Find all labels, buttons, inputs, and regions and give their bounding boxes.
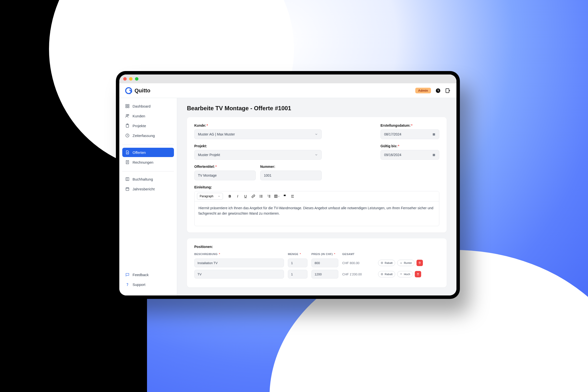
link-icon bbox=[251, 194, 255, 198]
svg-point-18 bbox=[260, 197, 260, 197]
sidebar-item-dashboard[interactable]: Dashboard bbox=[122, 102, 174, 111]
chevron-down-icon bbox=[314, 132, 318, 136]
table-icon bbox=[274, 194, 278, 198]
window-maximize-dot[interactable] bbox=[135, 77, 138, 80]
calendar-icon bbox=[432, 132, 436, 136]
svg-rect-14 bbox=[433, 133, 435, 136]
sidebar-item-buchhaltung[interactable]: Buchhaltung bbox=[122, 174, 174, 184]
gesamt-value: CHF 1'200.00 bbox=[342, 272, 374, 276]
sidebar-item-label: Buchhaltung bbox=[132, 177, 153, 181]
projekt-select[interactable]: Muster Projekt bbox=[194, 150, 322, 160]
main-content: Bearbeite TV Montage - Offerte #1001 Kun… bbox=[177, 98, 456, 296]
sidebar-item-label: Feedback bbox=[132, 273, 149, 277]
delete-button[interactable] bbox=[415, 271, 421, 277]
sidebar-item-projekte[interactable]: Projekte bbox=[122, 121, 174, 130]
menge-input[interactable]: 1 bbox=[288, 258, 308, 267]
svg-rect-12 bbox=[126, 188, 129, 190]
svg-point-17 bbox=[260, 196, 260, 196]
tablet-frame: Quitto Admin Dashboard Kunden bbox=[116, 71, 460, 299]
trash-icon bbox=[416, 273, 420, 276]
form-card: Kunde:* Muster AG | Max Muster Projekt: … bbox=[187, 117, 447, 232]
field-nummer: Nummer: 1001 bbox=[260, 165, 322, 180]
rich-text-editor: Paragraph B I U 12 ❝ bbox=[194, 191, 439, 226]
document-edit-icon bbox=[125, 150, 130, 154]
block-type-select[interactable]: Paragraph bbox=[197, 193, 223, 200]
underline-button[interactable]: U bbox=[242, 193, 249, 200]
position-row: Installation TV 1 800 CHF 800.00 Rabatt … bbox=[194, 258, 439, 267]
plus-circle-icon bbox=[381, 262, 383, 264]
move-button[interactable]: Runter bbox=[397, 260, 414, 266]
field-projekt: Projekt: Muster Projekt bbox=[194, 144, 322, 160]
gesamt-value: CHF 800.00 bbox=[342, 261, 374, 265]
position-row: TV 1 1200 CHF 1'200.00 Rabatt Hoch bbox=[194, 270, 439, 278]
erstellungsdatum-input[interactable]: 08/17/2024 bbox=[380, 129, 439, 139]
plus-circle-icon bbox=[381, 273, 383, 276]
bold-button[interactable]: B bbox=[226, 193, 233, 200]
arrow-up-icon bbox=[400, 273, 402, 276]
svg-rect-3 bbox=[128, 104, 129, 106]
preis-input[interactable]: 1200 bbox=[312, 270, 338, 278]
menge-input[interactable]: 1 bbox=[288, 270, 308, 278]
editor-toolbar: Paragraph B I U 12 ❝ bbox=[194, 191, 439, 202]
preis-input[interactable]: 800 bbox=[312, 258, 338, 267]
chat-icon bbox=[125, 272, 130, 277]
link-button[interactable] bbox=[250, 193, 257, 200]
numbered-list-button[interactable]: 12 bbox=[266, 193, 272, 200]
move-button[interactable]: Hoch bbox=[397, 271, 413, 277]
beschreibung-input[interactable]: Installation TV bbox=[194, 258, 284, 267]
sidebar-item-label: Projekte bbox=[132, 124, 146, 128]
sidebar-item-feedback[interactable]: Feedback bbox=[122, 270, 174, 279]
svg-point-13 bbox=[127, 286, 128, 286]
bullet-list-icon bbox=[259, 194, 263, 198]
beschreibung-input[interactable]: TV bbox=[194, 270, 284, 278]
svg-rect-5 bbox=[128, 106, 129, 108]
window-minimize-dot[interactable] bbox=[129, 77, 132, 80]
table-button[interactable] bbox=[274, 193, 280, 200]
svg-rect-15 bbox=[433, 154, 435, 156]
clock-icon[interactable] bbox=[435, 88, 441, 93]
divider-icon bbox=[290, 194, 294, 198]
logout-icon[interactable] bbox=[445, 88, 450, 93]
sidebar-item-label: Zeiterfassung bbox=[132, 134, 155, 138]
sidebar-divider bbox=[122, 144, 174, 145]
rabatt-button[interactable]: Rabatt bbox=[378, 260, 395, 266]
brand-name: Quitto bbox=[134, 88, 150, 94]
window-chrome bbox=[119, 74, 456, 83]
trash-icon bbox=[418, 262, 421, 264]
brand[interactable]: Quitto bbox=[125, 87, 150, 94]
window-close-dot[interactable] bbox=[123, 77, 127, 80]
sidebar-item-jahresbericht[interactable]: Jahresbericht bbox=[122, 184, 174, 194]
sidebar-item-offerten[interactable]: Offerten bbox=[122, 148, 174, 157]
italic-button[interactable]: I bbox=[234, 193, 241, 200]
delete-button[interactable] bbox=[416, 260, 423, 266]
users-icon bbox=[125, 114, 130, 118]
book-icon bbox=[125, 177, 130, 181]
sidebar-item-kunden[interactable]: Kunden bbox=[122, 111, 174, 120]
admin-badge: Admin bbox=[415, 88, 431, 93]
offertentitel-input[interactable]: TV Montage bbox=[194, 170, 256, 180]
gueltig-bis-input[interactable]: 09/16/2024 bbox=[380, 150, 439, 160]
calendar-icon bbox=[432, 153, 436, 156]
chevron-down-icon bbox=[218, 195, 220, 198]
quote-button[interactable]: ❝ bbox=[281, 193, 288, 200]
numbered-list-icon: 12 bbox=[267, 194, 271, 198]
svg-point-7 bbox=[128, 114, 129, 116]
sidebar-item-label: Offerten bbox=[132, 150, 146, 154]
sidebar-item-support[interactable]: Support bbox=[122, 280, 174, 289]
clock-icon bbox=[125, 133, 130, 138]
field-erstellungsdatum: Erstellungsdatum:* 08/17/2024 bbox=[380, 124, 439, 139]
nummer-input[interactable]: 1001 bbox=[260, 170, 322, 180]
sidebar-item-label: Kunden bbox=[132, 114, 145, 118]
sidebar-item-rechnungen[interactable]: Rechnungen bbox=[122, 158, 174, 167]
rabatt-button[interactable]: Rabatt bbox=[378, 271, 395, 277]
bullet-list-button[interactable] bbox=[258, 193, 264, 200]
sidebar-item-label: Rechnungen bbox=[132, 160, 153, 164]
divider-button[interactable] bbox=[289, 193, 296, 200]
sidebar-item-zeiterfassung[interactable]: Zeiterfassung bbox=[122, 131, 174, 140]
svg-rect-4 bbox=[126, 106, 127, 108]
kunde-select[interactable]: Muster AG | Max Muster bbox=[194, 129, 322, 139]
editor-content[interactable]: Hiermit präsentiere ich Ihnen das Angebo… bbox=[194, 202, 439, 226]
positions-card: Positionen: BESCHREIBUNG * MENGE * PREIS… bbox=[187, 238, 447, 288]
field-kunde: Kunde:* Muster AG | Max Muster bbox=[194, 124, 322, 139]
field-offertentitel: Offertentitel:* TV Montage bbox=[194, 165, 256, 180]
